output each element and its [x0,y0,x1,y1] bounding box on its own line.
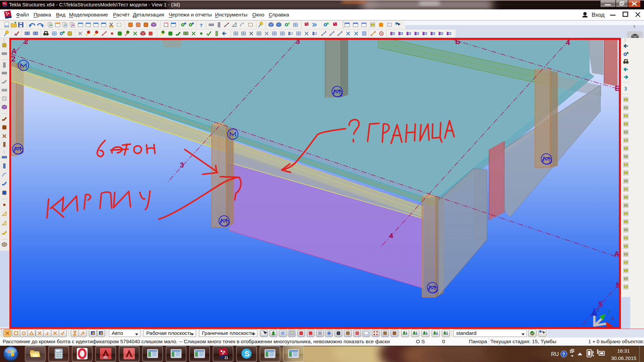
svg-text:Вид: Вид [56,12,65,17]
svg-text:Расстояние до кромки болта с и: Расстояние до кромки болта с идентификат… [3,339,390,344]
svg-text:A: A [614,250,620,258]
svg-text:0: 0 [442,339,445,344]
svg-text:Вход: Вход [592,12,605,18]
svg-text:?: ? [200,22,203,28]
svg-text:3: 3 [180,161,184,169]
svg-text:2: 2 [11,55,15,63]
svg-text:Авто: Авто [112,330,123,336]
svg-text:Z: Z [597,308,600,313]
svg-text:SD: SD [103,356,108,359]
svg-text:Расчёт: Расчёт [113,12,130,17]
svg-text:Справка: Справка [269,12,289,17]
svg-text:5: 5 [598,300,602,308]
svg-text:S: S [245,350,250,358]
svg-text:A: A [11,47,17,55]
svg-text:21: 21 [224,356,228,360]
svg-text:30.06.2015: 30.06.2015 [611,355,636,361]
svg-text:Моделирование: Моделирование [69,12,108,17]
svg-text:Инструменты: Инструменты [215,12,248,17]
svg-text:Панора: Панора [469,339,487,344]
svg-text:4: 4 [389,232,393,240]
svg-text:›: › [633,22,636,29]
svg-text:Tekla Structures x64 - C:\Te: Tekla Structures x64 - C:\TeklaStructure… [9,2,180,7]
svg-text:Граничные плоскости: Граничные плоскости [202,330,254,336]
svg-text:Правка: Правка [34,12,51,17]
svg-text:Файл: Файл [16,12,29,17]
svg-text:Текущая стадия: 15, Тумбы: Текущая стадия: 15, Тумбы [490,339,556,344]
svg-text:Y: Y [608,309,611,314]
svg-text:?: ? [562,352,565,357]
svg-text:16:31: 16:31 [617,348,630,354]
svg-text:standard: standard [456,330,476,336]
svg-text:Детализация: Детализация [133,12,164,17]
svg-text:Окно: Окно [252,12,264,17]
svg-text:Рабочая плоскость: Рабочая плоскость [146,330,192,336]
svg-text:X: X [611,316,614,321]
svg-text:Чертежи и отчеты: Чертежи и отчеты [169,12,212,17]
svg-text:O S: O S [416,339,425,344]
svg-text:RU: RU [551,351,559,357]
svg-text:1 + 0 выбрано объектов:: 1 + 0 выбрано объектов: [588,339,644,344]
svg-text:3: 3 [624,86,627,92]
